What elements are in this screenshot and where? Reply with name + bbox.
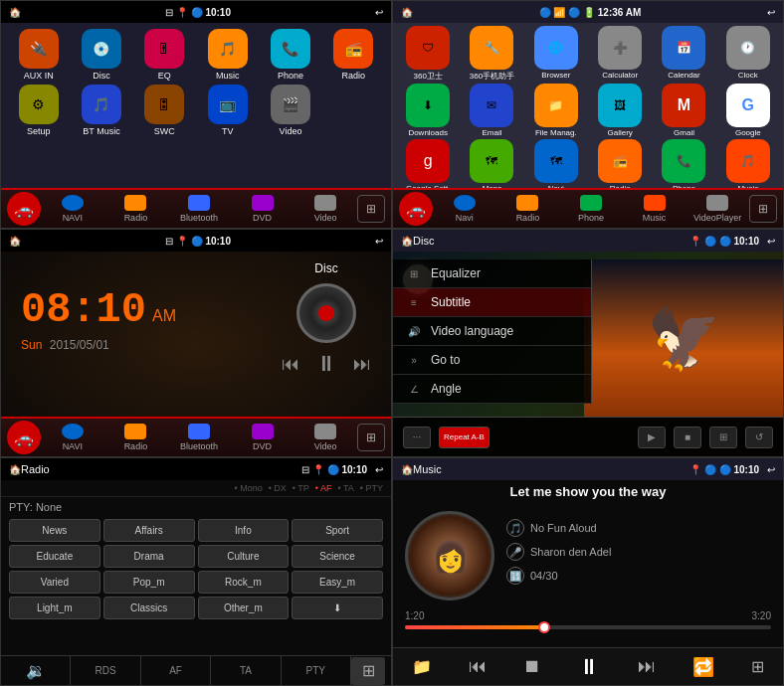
nav-navi-p1[interactable]: NAVI (41, 195, 104, 223)
pty-news[interactable]: News (9, 519, 100, 542)
app-radio[interactable]: 📻Radio (324, 29, 383, 81)
car-icon-p1[interactable]: 🚗 (7, 192, 41, 226)
grid-view-btn-p2[interactable]: ⊞ (749, 195, 777, 223)
app-file-manager[interactable]: 📁File Manag. (525, 84, 587, 137)
pty-bottom-btn[interactable]: PTY (282, 656, 351, 685)
app-tv[interactable]: 📺TV (198, 85, 257, 136)
car-icon-p3[interactable]: 🚗 (7, 421, 41, 454)
nav-dvd-p3[interactable]: DVD (231, 424, 294, 451)
app-radio-p2[interactable]: 📻Radio (589, 139, 651, 193)
app-eq[interactable]: 🎚EQ (135, 29, 194, 81)
af-btn[interactable]: AF (141, 656, 211, 685)
app-360ws[interactable]: 🛡360卫士 (397, 26, 459, 82)
pty-varied[interactable]: Varied (9, 571, 100, 594)
menu-goto[interactable]: » Go to (393, 346, 591, 375)
app-360sj[interactable]: 🔧360手机助手 (461, 26, 522, 82)
app-setup[interactable]: ⚙Setup (9, 85, 68, 136)
pty-light-m[interactable]: Light_m (9, 597, 100, 619)
vol-down-btn[interactable]: 🔉 (1, 656, 71, 685)
nav-navi-p2[interactable]: Navi (433, 195, 496, 223)
playlist-btn-music[interactable]: ⊞ (751, 657, 764, 676)
pty-pop-m[interactable]: Pop_m (103, 571, 195, 594)
app-browser[interactable]: 🌐Browser (525, 26, 587, 82)
pty-more[interactable]: ⬇ (292, 597, 383, 619)
more-btn[interactable]: ··· (403, 427, 431, 448)
menu-subtitle[interactable]: ≡ Subtitle (393, 288, 591, 317)
app-email[interactable]: ✉Email (461, 84, 522, 137)
app-music[interactable]: 🎵Music (198, 29, 257, 81)
home-icon-p4[interactable]: 🏠 (401, 236, 413, 247)
app-calculator[interactable]: ➕Calculator (589, 26, 651, 82)
repeat-btn-music[interactable]: 🔁 (692, 656, 714, 678)
app-disc[interactable]: 💿Disc (72, 29, 130, 81)
ta-btn[interactable]: TA (211, 656, 281, 685)
pty-culture[interactable]: Culture (198, 545, 290, 568)
back-icon-p2[interactable]: ↩ (767, 7, 775, 18)
pty-science[interactable]: Science (292, 545, 383, 568)
pause-btn[interactable]: ⏸ (315, 351, 337, 377)
back-icon-p3[interactable]: ↩ (375, 236, 383, 247)
pty-rock-m[interactable]: Rock_m (198, 571, 290, 594)
pty-info[interactable]: Info (198, 519, 290, 542)
prev-btn-music[interactable]: ⏮ (469, 656, 487, 677)
pty-sport[interactable]: Sport (292, 519, 383, 542)
app-calendar[interactable]: 📅Calendar (653, 26, 714, 82)
nav-radio-p1[interactable]: Radio (104, 195, 168, 223)
app-phone-p2[interactable]: 📞Phone (653, 139, 714, 193)
repeat-ab-btn[interactable]: Repeat A-B (439, 427, 490, 448)
home-icon-p1[interactable]: 🏠 (9, 7, 21, 18)
app-phone[interactable]: 📞Phone (261, 29, 319, 81)
home-icon-p2[interactable]: 🏠 (401, 7, 413, 18)
pty-drama[interactable]: Drama (103, 545, 195, 568)
repeat-btn[interactable]: ↺ (745, 427, 773, 448)
back-icon-p4[interactable]: ↩ (767, 236, 775, 247)
app-swc[interactable]: 🎛SWC (135, 85, 194, 136)
next-btn-music[interactable]: ⏭ (638, 656, 656, 677)
app-aux-in[interactable]: 🔌AUX IN (9, 29, 68, 81)
pty-easy-m[interactable]: Easy_m (292, 571, 383, 594)
grid-view-btn-p3[interactable]: ⊞ (357, 424, 385, 451)
menu-angle[interactable]: ∠ Angle (393, 375, 591, 404)
menu-btn[interactable]: ⊞ (709, 427, 737, 448)
app-google[interactable]: GGoogle (717, 84, 779, 137)
app-video[interactable]: 🎬Video (261, 85, 319, 136)
grid-view-btn-p1[interactable]: ⊞ (357, 195, 385, 223)
app-google-sett[interactable]: gGoogle Sett. (397, 139, 459, 193)
progress-bar[interactable] (405, 625, 771, 629)
folder-btn[interactable]: 📁 (412, 657, 432, 676)
home-icon-p3[interactable]: 🏠 (9, 236, 21, 247)
nav-videoplayer-p2[interactable]: VideoPlayer (686, 195, 749, 223)
next-btn[interactable]: ⏭ (353, 354, 371, 375)
nav-dvd-p1[interactable]: DVD (231, 195, 294, 223)
back-icon-p1[interactable]: ↩ (375, 7, 383, 18)
app-music-p2[interactable]: 🎵Music (717, 139, 779, 193)
app-maps[interactable]: 🗺Maps (461, 139, 522, 193)
nav-radio-p2[interactable]: Radio (496, 195, 560, 223)
nav-video-p3[interactable]: Video (294, 424, 357, 451)
app-downloads[interactable]: ⬇Downloads (397, 84, 459, 137)
app-navi-p2[interactable]: 🗺Navi (525, 139, 587, 193)
stop-btn[interactable]: ■ (674, 427, 701, 448)
home-icon-p6[interactable]: 🏠 (401, 464, 413, 475)
stop-btn-music[interactable]: ⏹ (523, 656, 541, 677)
app-clock[interactable]: 🕐Clock (717, 26, 779, 82)
menu-equalizer[interactable]: ⊞ Equalizer (393, 259, 591, 288)
menu-video-language[interactable]: 🔊 Video language (393, 317, 591, 346)
play-pause-btn-music[interactable]: ⏸ (578, 654, 600, 680)
nav-phone-p2[interactable]: Phone (559, 195, 623, 223)
nav-video-p1[interactable]: Video (294, 195, 357, 223)
nav-bt-p1[interactable]: Bluetooth (167, 195, 231, 223)
app-gmail[interactable]: MGmail (653, 84, 714, 137)
home-icon-p5[interactable]: 🏠 (9, 464, 21, 475)
nav-music-p2[interactable]: Music (623, 195, 686, 223)
play-btn[interactable]: ▶ (638, 427, 666, 448)
app-bt-music[interactable]: 🎵BT Music (72, 85, 130, 136)
app-gallery[interactable]: 🖼Gallery (589, 84, 651, 137)
settings-btn-p5[interactable]: ⊞ (351, 657, 385, 685)
back-icon-p6[interactable]: ↩ (767, 464, 775, 475)
prev-btn[interactable]: ⏮ (282, 354, 299, 375)
disc-circle[interactable] (296, 283, 356, 343)
pty-affairs[interactable]: Affairs (103, 519, 195, 542)
rds-btn[interactable]: RDS (71, 656, 140, 685)
nav-bt-p3[interactable]: Bluetooth (167, 424, 231, 451)
